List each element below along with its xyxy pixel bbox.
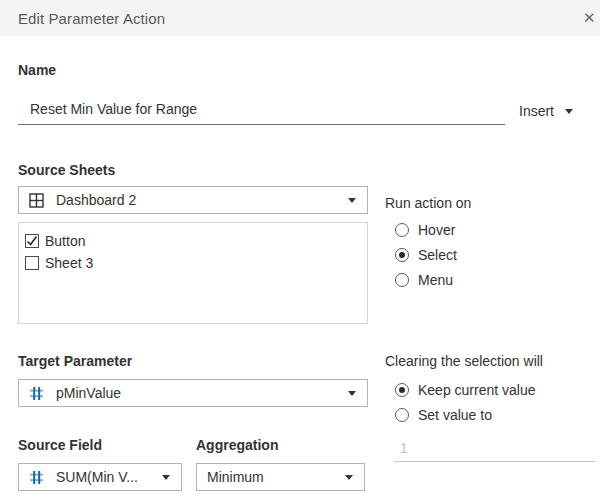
source-field-dropdown[interactable]: SUM(Min V... — [18, 463, 182, 491]
insert-menu-button[interactable]: Insert — [519, 103, 573, 119]
chevron-down-icon — [348, 391, 356, 396]
clearing-selection-label: Clearing the selection will — [385, 353, 543, 369]
set-value-input[interactable] — [394, 438, 595, 462]
chevron-down-icon — [345, 475, 353, 480]
radio-select[interactable]: Select — [395, 247, 457, 263]
radio-selected-icon[interactable] — [395, 383, 409, 397]
radio-set-value-to[interactable]: Set value to — [395, 407, 492, 423]
aggregation-dropdown-value: Minimum — [207, 469, 337, 485]
radio-label: Set value to — [418, 407, 492, 423]
number-hash-icon — [29, 386, 44, 401]
action-name-input[interactable] — [18, 98, 505, 125]
source-sheets-dropdown[interactable]: Dashboard 2 — [18, 186, 368, 214]
source-sheets-dropdown-value: Dashboard 2 — [56, 192, 340, 208]
sheet-item-label: Sheet 3 — [45, 255, 93, 271]
radio-label: Hover — [418, 222, 455, 238]
target-parameter-dropdown[interactable]: pMinValue — [18, 379, 368, 407]
radio-selected-icon[interactable] — [395, 248, 409, 262]
dashboard-grid-icon — [29, 193, 44, 208]
source-field-dropdown-value: SUM(Min V... — [56, 469, 154, 485]
source-field-label: Source Field — [18, 437, 102, 453]
dialog-header: Edit Parameter Action — [0, 0, 600, 36]
target-parameter-dropdown-value: pMinValue — [56, 385, 340, 401]
aggregation-dropdown[interactable]: Minimum — [196, 463, 365, 491]
radio-unselected-icon[interactable] — [395, 223, 409, 237]
aggregation-label: Aggregation — [196, 437, 278, 453]
dialog-title: Edit Parameter Action — [0, 10, 165, 27]
radio-menu[interactable]: Menu — [395, 272, 453, 288]
sheet-item-label: Button — [45, 233, 85, 249]
chevron-down-icon — [348, 198, 356, 203]
sheet-item-button[interactable]: Button — [19, 230, 367, 252]
radio-label: Select — [418, 247, 457, 263]
radio-label: Menu — [418, 272, 453, 288]
radio-keep-current-value[interactable]: Keep current value — [395, 382, 536, 398]
source-sheets-label: Source Sheets — [18, 162, 115, 178]
chevron-down-icon — [565, 109, 573, 114]
radio-hover[interactable]: Hover — [395, 222, 455, 238]
close-icon[interactable]: ✕ — [583, 8, 596, 28]
name-label: Name — [18, 62, 56, 78]
chevron-down-icon — [162, 475, 170, 480]
number-hash-icon — [29, 470, 44, 485]
insert-label: Insert — [519, 103, 554, 119]
checkbox-checked-icon[interactable] — [25, 234, 39, 248]
target-parameter-label: Target Parameter — [18, 353, 132, 369]
radio-unselected-icon[interactable] — [395, 408, 409, 422]
source-sheets-listbox: Button Sheet 3 — [18, 222, 368, 324]
edit-parameter-action-dialog: Edit Parameter Action ✕ Name Insert Sour… — [0, 0, 600, 502]
sheet-item-sheet3[interactable]: Sheet 3 — [19, 252, 367, 274]
radio-label: Keep current value — [418, 382, 536, 398]
checkbox-unchecked-icon[interactable] — [25, 256, 39, 270]
radio-unselected-icon[interactable] — [395, 273, 409, 287]
run-action-on-label: Run action on — [385, 195, 471, 211]
